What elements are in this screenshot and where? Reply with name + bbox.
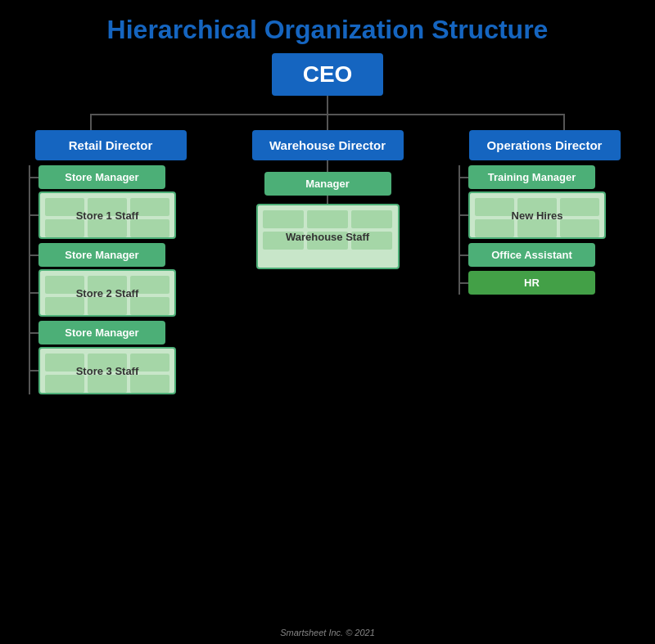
operations-drop bbox=[563, 115, 565, 130]
store3-section: Store Manager bbox=[30, 321, 192, 394]
nhc3 bbox=[560, 198, 599, 216]
warehouse-staff-box: Warehouse Staff bbox=[256, 204, 400, 269]
ceo-box: CEO bbox=[272, 53, 384, 96]
store2-staff-row: Store 2 Staff bbox=[30, 269, 192, 317]
wsc6 bbox=[351, 232, 392, 250]
newhires-tick bbox=[460, 214, 468, 216]
warehouse-vline bbox=[327, 115, 328, 130]
store1-staff-tick bbox=[30, 214, 38, 216]
wsc1 bbox=[263, 210, 304, 228]
ceo-line-down bbox=[327, 96, 328, 114]
store2-mgr-row: Store Manager bbox=[30, 243, 192, 267]
store1-manager-box: Store Manager bbox=[38, 165, 165, 189]
office-assistant-row: Office Assistant bbox=[460, 243, 630, 267]
s1c4 bbox=[45, 219, 84, 237]
nhc5 bbox=[517, 219, 557, 237]
store2-tick bbox=[30, 254, 38, 256]
s3c3 bbox=[130, 354, 169, 372]
warehouse-director-box: Warehouse Director bbox=[252, 130, 404, 160]
training-tick bbox=[460, 177, 468, 178]
training-section: Training Manager bbox=[460, 165, 630, 239]
retail-director-box: Retail Director bbox=[35, 130, 187, 160]
warehouse-manager-box: Manager bbox=[264, 172, 391, 196]
wsc2 bbox=[307, 210, 348, 228]
store3-staff-tick bbox=[30, 370, 38, 372]
page-title: Hierarchical Organization Structure bbox=[107, 15, 549, 45]
s3c5 bbox=[88, 375, 127, 393]
store1-staff-box: Store 1 Staff bbox=[38, 191, 176, 239]
store1-staff-row: Store 1 Staff bbox=[30, 191, 192, 239]
s1c5 bbox=[88, 219, 127, 237]
footer: Smartsheet Inc. © 2021 bbox=[280, 628, 375, 644]
s2c6 bbox=[130, 297, 169, 315]
store1-mgr-row: Store Manager bbox=[30, 165, 192, 189]
retail-store-list: Store Manager bbox=[30, 165, 192, 394]
hr-box: HR bbox=[468, 271, 595, 295]
directors-drop-lines bbox=[90, 115, 565, 130]
store1-section: Store Manager bbox=[30, 165, 192, 239]
s1c6 bbox=[130, 219, 169, 237]
store3-mgr-row: Store Manager bbox=[30, 321, 192, 345]
training-manager-box: Training Manager bbox=[468, 165, 595, 189]
top-h-connector bbox=[90, 114, 565, 115]
s3c1 bbox=[45, 354, 84, 372]
s2c1 bbox=[45, 276, 84, 294]
store2-staff-box: Store 2 Staff bbox=[38, 269, 176, 317]
wh-vline1 bbox=[327, 160, 328, 172]
ops-items: Training Manager bbox=[460, 165, 630, 295]
newhires-staff-box: New Hires bbox=[468, 191, 606, 239]
retail-vline bbox=[90, 115, 92, 130]
s2c3 bbox=[130, 276, 169, 294]
office-assistant-box: Office Assistant bbox=[468, 243, 595, 267]
store2-staff-tick bbox=[30, 292, 38, 294]
nhc1 bbox=[475, 198, 514, 216]
operations-vline bbox=[563, 115, 565, 130]
nhc6 bbox=[560, 219, 599, 237]
newhires-row: New Hires bbox=[460, 191, 630, 239]
store3-staff-row: Store 3 Staff bbox=[30, 347, 192, 394]
wh-vline2 bbox=[327, 196, 328, 204]
store3-staff-box: Store 3 Staff bbox=[38, 347, 176, 394]
s1c2 bbox=[88, 198, 127, 216]
store3-manager-box: Store Manager bbox=[38, 321, 165, 345]
s1c3 bbox=[130, 198, 169, 216]
columns-row: Retail Director Store Manager bbox=[16, 130, 639, 394]
warehouse-drop bbox=[327, 115, 328, 130]
s2c5 bbox=[88, 297, 127, 315]
training-mgr-row: Training Manager bbox=[460, 165, 630, 189]
retail-col: Retail Director Store Manager bbox=[16, 130, 205, 394]
s3c2 bbox=[88, 354, 127, 372]
operations-col: Operations Director Training Manager bbox=[450, 130, 639, 295]
s3c6 bbox=[130, 375, 169, 393]
retail-children: Store Manager bbox=[29, 165, 192, 394]
s2c4 bbox=[45, 297, 84, 315]
nhc4 bbox=[475, 219, 514, 237]
store2-manager-box: Store Manager bbox=[38, 243, 165, 267]
wsc3 bbox=[351, 210, 392, 228]
s2c2 bbox=[88, 276, 127, 294]
office-tick bbox=[460, 254, 468, 256]
nhc2 bbox=[517, 198, 557, 216]
s1c1 bbox=[45, 198, 84, 216]
operations-director-box: Operations Director bbox=[469, 130, 621, 160]
hr-row: HR bbox=[460, 271, 630, 295]
store3-tick bbox=[30, 332, 38, 334]
warehouse-col: Warehouse Director Manager Warehouse Sta… bbox=[237, 130, 418, 269]
retail-drop bbox=[90, 115, 92, 130]
s3c4 bbox=[45, 375, 84, 393]
org-chart: CEO Retail Director bbox=[0, 53, 655, 623]
wsc5 bbox=[307, 232, 348, 250]
wsc4 bbox=[263, 232, 304, 250]
store1-tick bbox=[30, 177, 38, 178]
hr-tick bbox=[460, 282, 468, 284]
store2-section: Store Manager bbox=[30, 243, 192, 317]
operations-children: Training Manager bbox=[458, 165, 630, 295]
